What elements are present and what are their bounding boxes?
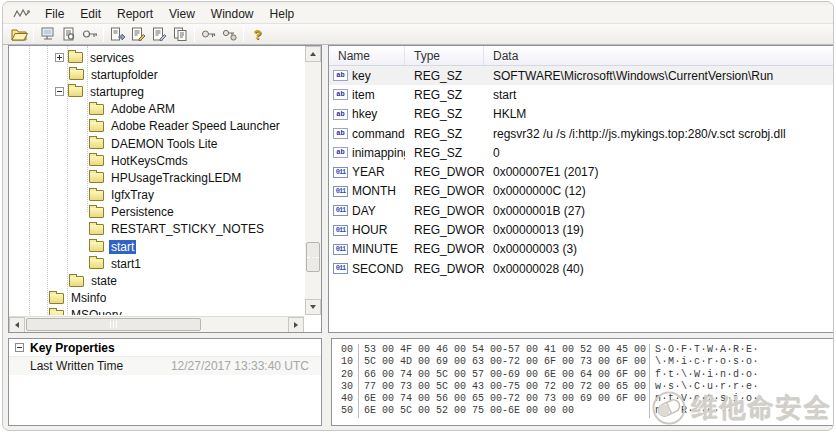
tree-item-daemon-tools-lite[interactable]: DAEMON Tools Lite bbox=[9, 135, 304, 152]
scroll-up-button[interactable] bbox=[305, 46, 321, 62]
menu-bar: File Edit Report View Window Help bbox=[3, 5, 833, 24]
value-row-second[interactable]: SECONDREG_DWOR...0x00000028 (40) bbox=[329, 259, 834, 278]
edit-report-icon[interactable] bbox=[149, 25, 170, 43]
access-key-icon[interactable] bbox=[79, 25, 100, 43]
help-icon[interactable]: ? bbox=[247, 25, 268, 43]
tree-item-startupreg[interactable]: startupreg bbox=[9, 83, 304, 100]
scroll-right-button[interactable] bbox=[288, 317, 304, 333]
tree-item-restart-sticky-notes[interactable]: RESTART_STICKY_NOTES bbox=[9, 221, 304, 238]
dword-value-icon bbox=[333, 186, 348, 197]
folder-icon bbox=[68, 52, 83, 63]
export-document-icon[interactable] bbox=[107, 25, 128, 43]
string-value-icon bbox=[333, 109, 348, 120]
tree-item-adobe-arm[interactable]: Adobe ARM bbox=[9, 101, 304, 118]
folder-icon bbox=[89, 104, 104, 115]
column-header-data[interactable]: Data bbox=[484, 46, 834, 65]
toolbar-separator bbox=[33, 27, 34, 42]
value-row-month[interactable]: MONTHREG_DWOR...0x0000000C (12) bbox=[329, 182, 834, 201]
menu-help[interactable]: Help bbox=[262, 5, 303, 23]
folder-icon bbox=[89, 207, 104, 218]
menu-report[interactable]: Report bbox=[109, 5, 161, 23]
values-header-row: Name Type Data bbox=[329, 46, 834, 66]
tree-item-igfxtray[interactable]: IgfxTray bbox=[9, 187, 304, 204]
tree-item-hotkeyscmds[interactable]: HotKeysCmds bbox=[9, 152, 304, 169]
folder-icon bbox=[89, 224, 104, 235]
toolbar-separator bbox=[194, 27, 195, 42]
expand-minus-icon[interactable] bbox=[55, 87, 64, 96]
column-header-name[interactable]: Name bbox=[329, 46, 405, 65]
value-row-year[interactable]: YEARREG_DWOR...0x000007E1 (2017) bbox=[329, 162, 834, 181]
common-areas-report-icon[interactable] bbox=[37, 25, 58, 43]
open-file-icon[interactable] bbox=[9, 25, 30, 43]
folder-icon bbox=[69, 276, 84, 287]
tree-vertical-scrollbar[interactable] bbox=[305, 46, 321, 315]
left-arrow-icon bbox=[15, 322, 19, 328]
window-frame: File Edit Report View Window Help bbox=[2, 1, 834, 431]
tree-item-adobe-reader-speed-launcher[interactable]: Adobe Reader Speed Launcher bbox=[9, 118, 304, 135]
column-header-type[interactable]: Type bbox=[405, 46, 484, 65]
value-row-day[interactable]: DAYREG_DWOR...0x0000001B (27) bbox=[329, 201, 834, 220]
app-icon bbox=[13, 7, 31, 21]
manage-key-icon[interactable] bbox=[198, 25, 219, 43]
toolbar-separator bbox=[103, 27, 104, 42]
property-value: 12/27/2017 13:33:40 UTC bbox=[171, 359, 321, 373]
tree-item-msquery[interactable]: MSQuery bbox=[9, 307, 304, 315]
value-row-item[interactable]: itemREG_SZstart bbox=[329, 85, 834, 104]
property-row-last-written[interactable]: Last Written Time 12/27/2017 13:33:40 UT… bbox=[9, 357, 321, 375]
key-properties-header: Key Properties bbox=[9, 339, 321, 357]
property-label: Last Written Time bbox=[9, 359, 123, 373]
folder-icon bbox=[68, 86, 83, 97]
dword-value-icon bbox=[333, 205, 348, 216]
thumb-grip bbox=[307, 243, 319, 271]
hex-row: 2066 00 74 00 5C 00 57 00-69 00 6E 00 64… bbox=[338, 369, 834, 381]
scroll-down-button[interactable] bbox=[305, 299, 321, 315]
registry-viewer-window: File Edit Report View Window Help bbox=[0, 0, 836, 433]
folder-icon bbox=[49, 310, 64, 315]
string-value-icon bbox=[333, 89, 348, 100]
down-arrow-icon bbox=[310, 305, 316, 309]
horizontal-scroll-thumb[interactable] bbox=[26, 318, 201, 331]
menu-window[interactable]: Window bbox=[203, 5, 262, 23]
collapse-icon[interactable] bbox=[15, 343, 24, 352]
key-properties-pane: Key Properties Last Written Time 12/27/2… bbox=[8, 338, 322, 426]
scroll-left-button[interactable] bbox=[9, 317, 25, 333]
tree-item-startupfolder[interactable]: startupfolder bbox=[9, 66, 304, 83]
vertical-scroll-thumb[interactable] bbox=[306, 242, 320, 272]
copy-report-icon[interactable] bbox=[170, 25, 191, 43]
value-row-key[interactable]: keyREG_SZSOFTWARE\Microsoft\Windows\Curr… bbox=[329, 66, 834, 85]
generate-report-icon[interactable] bbox=[128, 25, 149, 43]
hex-row: 105C 00 4D 00 69 00 63 00-72 00 6F 00 73… bbox=[338, 356, 834, 368]
string-value-icon bbox=[333, 70, 348, 81]
toolbar: ? bbox=[3, 24, 833, 45]
string-value-icon bbox=[333, 128, 348, 139]
report-preview-icon[interactable] bbox=[58, 25, 79, 43]
toolbar-separator bbox=[243, 27, 244, 42]
value-row-minute[interactable]: MINUTEREG_DWOR...0x00000003 (3) bbox=[329, 240, 834, 259]
tree-item-services[interactable]: services bbox=[9, 49, 304, 66]
tree-horizontal-scrollbar[interactable] bbox=[9, 316, 304, 332]
value-row-command[interactable]: commandREG_SZregsvr32 /u /s /i:http://js… bbox=[329, 124, 834, 143]
tree-item-start1[interactable]: start1 bbox=[9, 255, 304, 272]
tree-item-start-selected[interactable]: start bbox=[9, 238, 304, 255]
menu-file[interactable]: File bbox=[37, 5, 72, 23]
tree-item-persistence[interactable]: Persistence bbox=[9, 204, 304, 221]
menu-view[interactable]: View bbox=[161, 5, 203, 23]
folder-icon bbox=[89, 172, 104, 183]
values-list-pane: Name Type Data keyREG_SZSOFTWARE\Microso… bbox=[328, 45, 834, 333]
release-key-icon[interactable] bbox=[219, 25, 240, 43]
value-row-inimapping[interactable]: inimappingREG_SZ0 bbox=[329, 143, 834, 162]
tree-item-hpusagetrackingledm[interactable]: HPUsageTrackingLEDM bbox=[9, 169, 304, 186]
expand-plus-icon[interactable] bbox=[55, 53, 64, 62]
folder-icon bbox=[69, 69, 84, 80]
open-folder-icon bbox=[89, 241, 104, 252]
tree-item-msinfo[interactable]: Msinfo bbox=[9, 290, 304, 307]
menu-edit[interactable]: Edit bbox=[72, 5, 109, 23]
string-value-icon bbox=[333, 147, 348, 158]
value-row-hour[interactable]: HOURREG_DWOR...0x00000013 (19) bbox=[329, 220, 834, 239]
dword-value-icon bbox=[333, 225, 348, 236]
value-row-hkey[interactable]: hkeyREG_SZHKLM bbox=[329, 105, 834, 124]
dword-value-icon bbox=[333, 167, 348, 178]
watermark: 维他命安全 bbox=[650, 389, 832, 427]
tree-item-state[interactable]: state bbox=[9, 272, 304, 289]
tree-rows: services startupfolder startupreg Adobe … bbox=[9, 49, 304, 315]
